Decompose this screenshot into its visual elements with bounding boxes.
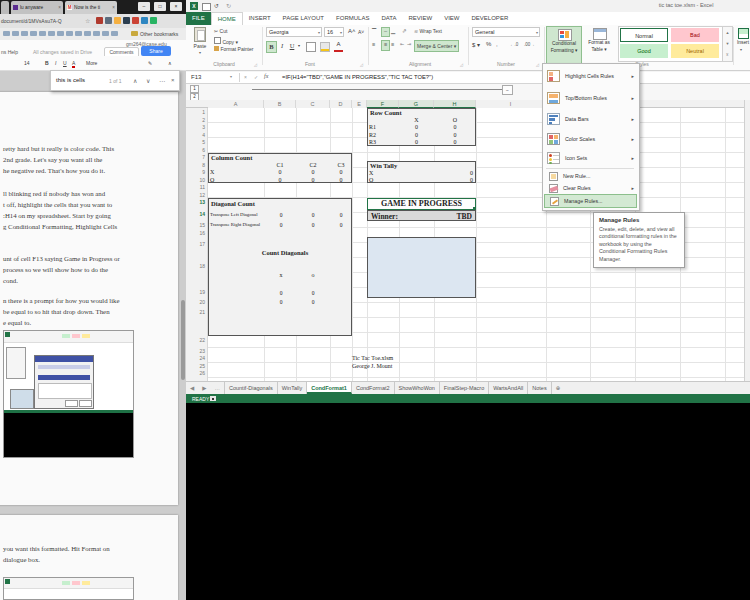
cell-F9[interactable]: X [369,170,373,176]
close-button[interactable]: × [170,2,182,11]
extension-icon[interactable] [150,17,157,24]
bookmark-folder-icon[interactable] [102,31,109,36]
cell-F8[interactable]: Win Tally [370,162,397,169]
wrap-text-button[interactable]: ≋ Wrap Text [414,28,442,34]
find-input[interactable]: this is cells [56,77,85,83]
bold-button[interactable]: B [266,41,277,53]
cell-B15[interactable]: 0 [274,222,288,228]
tab-file[interactable]: FILE [186,12,211,25]
cell-C10[interactable]: 0 [296,177,330,183]
merge-center-button[interactable]: Merge & Center ▾ [414,40,459,52]
url-bar[interactable]: document/d/1MVsAsu7A-Q [1,18,62,24]
bookmark-folder-icon[interactable] [39,31,46,36]
cell-C18[interactable]: o [306,272,320,278]
name-box-arrow[interactable]: ▾ [230,74,232,79]
bookmark-folder-icon[interactable] [12,31,19,36]
row-header-22[interactable]: 22 [186,337,205,343]
cell-A10[interactable]: O [210,177,214,183]
formula-input[interactable]: =IF(H14="TBD","GAME IN PROGRESS","TIC TA… [282,74,433,80]
menu-item-highlight-cells-rules[interactable]: Highlight Cells Rules ▸ [544,65,637,87]
shrink-font-button[interactable]: A˅ [358,29,364,35]
sheet-scrollbar[interactable] [744,100,750,381]
column-header-B[interactable]: B [264,100,296,108]
row-header-10[interactable]: 10 [186,177,205,183]
diagonal-count-box[interactable] [208,198,352,336]
cell-C9[interactable]: 0 [296,169,330,175]
bookmark-folder-icon[interactable] [48,31,55,36]
underline-button[interactable]: U [63,60,67,66]
tab-data[interactable]: DATA [375,12,402,25]
cell-B8[interactable]: C1 [264,162,296,168]
row-header-16[interactable]: 16 [186,230,205,236]
cell-H14[interactable]: TBD [430,212,472,221]
outline-collapse-button[interactable]: − [502,85,513,95]
cell-F1[interactable]: Row Count [370,109,402,116]
tab-home[interactable]: HOME [211,12,243,26]
row-header-8[interactable]: 8 [186,162,205,168]
row-header-5[interactable]: 5 [186,139,205,145]
menu-item-clear-rules[interactable]: Clear Rules ▸ [544,182,637,194]
number-format-select[interactable]: General▾ [472,27,540,37]
cell-C20[interactable]: 0 [306,299,320,305]
bookmark-folder-icon[interactable] [93,31,100,36]
row-header-26[interactable]: 26 [186,370,205,376]
column-header-D[interactable]: D [330,100,352,108]
gallery-scroll[interactable]: ▲▼⊻ [722,26,733,62]
bookmark-folder-icon[interactable] [111,31,118,36]
cell-C8[interactable]: C2 [296,162,330,168]
extension-icon[interactable] [141,17,148,24]
cell-E25[interactable]: George J. Mount [352,363,392,369]
sheet-tab-notes[interactable]: Notes [528,382,551,394]
row-header-20[interactable]: 20 [186,299,205,305]
grow-font-button[interactable]: A˄ [348,28,356,34]
sheet-tab-showwhowon[interactable]: ShowWhoWon [395,382,440,394]
cell-E24[interactable]: Tic Tac Toe.xlsm [352,355,393,361]
italic-button[interactable]: I [55,60,56,66]
share-button[interactable]: Share [141,46,171,56]
extension-icon[interactable] [132,17,139,24]
edit-mode-icon[interactable]: ✎ [148,60,152,66]
bookmark-folder-icon[interactable] [30,31,37,36]
tab-view[interactable]: VIEW [438,12,465,25]
menu-item-new-rule[interactable]: New Rule... [544,170,637,182]
cell-H9[interactable]: 0 [434,170,473,176]
tab-formulas[interactable]: FORMULAS [330,12,375,25]
tab-page-layout[interactable]: PAGE LAYOUT [277,12,330,25]
cell-A7[interactable]: Column Count [211,154,252,161]
style-good[interactable]: Good [620,44,668,58]
more-button[interactable]: More [86,60,97,66]
extension-icon[interactable] [96,17,103,24]
bookmark-folder-icon[interactable] [84,31,91,36]
sheet-tab-countif-diagonals[interactable]: Countif-Diagonals [225,382,278,394]
cell-C14[interactable]: 0 [306,212,320,218]
italic-button[interactable]: I [278,41,286,51]
cell-H10[interactable]: 0 [434,177,473,183]
tab-developer[interactable]: DEVELOPER [466,12,515,25]
column-header-C[interactable]: C [296,100,330,108]
other-bookmarks[interactable]: Other bookmarks [140,31,178,37]
cut-button[interactable]: ✂ Cut [214,28,227,34]
decrease-indent-button[interactable]: ⇤ [400,41,404,47]
underline-arrow[interactable]: ▾ [298,43,300,48]
tab-close-icon[interactable]: × [112,5,115,10]
cell-C19[interactable]: 0 [306,290,320,296]
cell-H3[interactable]: 0 [434,124,476,130]
menu-bar-fragment[interactable]: ns Help [1,49,18,55]
collapse-toolbar-icon[interactable]: ∧ [168,60,172,66]
column-header-E[interactable]: E [352,100,367,108]
fill-color-icon[interactable] [320,42,330,52]
menu-item-color-scales[interactable]: Color Scales ▸ [544,129,637,149]
enter-icon[interactable]: ✓ [254,74,258,80]
align-middle-button[interactable]: – [381,27,390,37]
align-center-button[interactable]: ≡ [381,40,390,51]
menu-item-top-bottom-rules[interactable]: Top/Bottom Rules ▸ [544,87,637,108]
sheet-tab-wartsandall[interactable]: WartsAndAll [489,382,528,394]
bold-button[interactable]: B [45,60,49,66]
cell-A15[interactable]: Transpose Right Diagonal [210,222,260,227]
redo-icon[interactable]: ↻ [226,2,231,9]
sheet-tab-condformat2[interactable]: CondFormat2 [352,382,395,394]
font-name-select[interactable]: Georgia▾ [266,27,322,37]
cell-B9[interactable]: 0 [264,169,296,175]
selected-cell-F13[interactable]: GAME IN PROGRESS [367,198,476,210]
decrease-decimal-button[interactable]: .00→ [524,42,535,47]
